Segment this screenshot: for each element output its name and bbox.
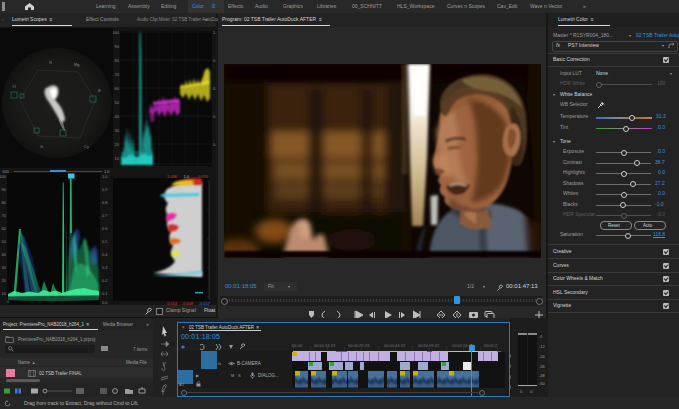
svg-text:0.6: 0.6 (213, 86, 216, 91)
svg-text:0.114: 0.114 (167, 301, 177, 305)
svg-text:T: T (161, 390, 165, 395)
svg-text:1.0: 1.0 (213, 30, 216, 35)
svg-text:0.1: 0.1 (102, 291, 108, 296)
svg-text:Mg: Mg (74, 62, 80, 67)
svg-text:Cy: Cy (84, 144, 89, 149)
svg-text:0.2: 0.2 (102, 278, 108, 283)
svg-text:0.3: 0.3 (102, 265, 108, 270)
svg-text:50: 50 (2, 239, 7, 244)
svg-text:80: 80 (2, 200, 7, 205)
svg-text:0.5: 0.5 (102, 239, 108, 244)
svg-text:0.8: 0.8 (102, 200, 108, 205)
svg-text:0.4: 0.4 (213, 114, 216, 119)
svg-text:1.0: 1.0 (102, 174, 108, 179)
svg-text:70: 70 (115, 72, 120, 77)
svg-text:0.8: 0.8 (213, 58, 216, 63)
svg-text:R: R (49, 60, 52, 65)
svg-text:60: 60 (115, 86, 120, 91)
svg-text:100: 100 (113, 30, 120, 35)
svg-text:0.2: 0.2 (213, 142, 216, 147)
svg-text:1.036: 1.036 (167, 174, 178, 179)
svg-text:30: 30 (2, 265, 7, 270)
svg-text:20: 20 (2, 278, 7, 283)
svg-text:0.0: 0.0 (102, 300, 108, 305)
svg-text:90: 90 (115, 44, 120, 49)
svg-text:G: G (40, 144, 43, 149)
svg-text:B: B (98, 88, 101, 93)
svg-text:90: 90 (2, 187, 7, 192)
svg-text:0.7: 0.7 (102, 213, 108, 218)
svg-text:20: 20 (115, 142, 120, 147)
svg-text:-0.008: -0.008 (182, 301, 194, 305)
svg-text:100: 100 (0, 174, 7, 179)
svg-text:10: 10 (2, 291, 7, 296)
svg-text:80: 80 (115, 58, 120, 63)
svg-text:40: 40 (2, 252, 7, 257)
svg-text:10: 10 (115, 156, 120, 161)
svg-text:Yl: Yl (12, 84, 16, 89)
svg-text:50: 50 (115, 100, 120, 105)
svg-text:-0.017: -0.017 (199, 301, 211, 305)
svg-text:40: 40 (115, 114, 120, 119)
svg-text:0.6: 0.6 (102, 226, 108, 231)
svg-text:60: 60 (2, 226, 7, 231)
svg-text:0.4: 0.4 (102, 252, 108, 257)
svg-text:0.916: 0.916 (198, 174, 209, 179)
svg-text:0.9: 0.9 (102, 187, 108, 192)
svg-text:70: 70 (2, 213, 7, 218)
svg-text:30: 30 (115, 128, 120, 133)
svg-text:1.0: 1.0 (183, 174, 189, 179)
